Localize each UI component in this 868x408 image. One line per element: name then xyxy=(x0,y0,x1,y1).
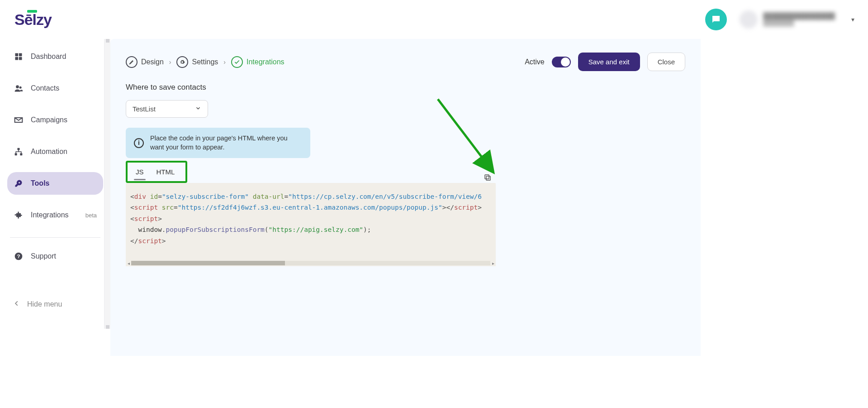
sidebar-item-label: Integrations xyxy=(31,211,69,219)
annotation-arrow xyxy=(433,95,506,181)
info-text: Place the code in your page's HTML where… xyxy=(150,134,302,152)
chat-icon[interactable] xyxy=(705,9,727,30)
svg-rect-6 xyxy=(18,148,20,150)
breadcrumb-integrations[interactable]: Integrations xyxy=(231,56,285,68)
pencil-icon xyxy=(126,56,138,68)
sidebar-item-campaigns[interactable]: Campaigns xyxy=(7,109,103,131)
sidebar-item-dashboard[interactable]: Dashboard xyxy=(7,45,103,68)
section-title: Where to save contacts xyxy=(126,83,685,92)
sidebar-item-tools[interactable]: Tools xyxy=(7,172,103,195)
breadcrumb: Design › Settings › Integrations xyxy=(126,56,285,68)
active-toggle[interactable] xyxy=(552,57,571,67)
breadcrumb-label: Design xyxy=(141,58,164,66)
dashboard-icon xyxy=(14,52,24,62)
breadcrumb-design[interactable]: Design xyxy=(126,56,164,68)
copy-button[interactable] xyxy=(482,172,493,183)
user-sub: ████████ xyxy=(763,20,835,26)
svg-rect-8 xyxy=(20,153,22,155)
svg-rect-3 xyxy=(19,57,22,60)
chevron-right-icon: › xyxy=(169,58,171,66)
sidebar-item-contacts[interactable]: Contacts xyxy=(7,77,103,100)
svg-rect-12 xyxy=(486,176,490,180)
sidebar-item-label: Automation xyxy=(31,148,67,156)
svg-rect-13 xyxy=(485,175,489,179)
sidebar-item-automation[interactable]: Automation xyxy=(7,140,103,163)
logo[interactable]: Sēlzy xyxy=(14,11,52,29)
sidebar-item-label: Contacts xyxy=(31,84,59,92)
list-select-value: TestList xyxy=(133,105,156,113)
sidebar-item-integrations[interactable]: Integrations beta xyxy=(7,204,103,226)
gear-icon xyxy=(176,56,188,68)
tab-html[interactable]: HTML xyxy=(150,164,181,180)
save-button[interactable]: Save and exit xyxy=(578,53,640,71)
chevron-right-icon: › xyxy=(223,58,226,66)
logo-text: Sēlzy xyxy=(14,11,52,28)
user-name: ████████████████ xyxy=(763,12,835,20)
svg-rect-0 xyxy=(15,53,19,57)
avatar xyxy=(740,10,758,29)
svg-text:?: ? xyxy=(17,253,20,259)
svg-line-11 xyxy=(438,99,492,171)
integrations-icon xyxy=(14,210,24,220)
sidebar-item-support[interactable]: ? Support xyxy=(7,245,103,268)
scroll-left-icon[interactable]: ◂ xyxy=(126,261,131,266)
tools-icon xyxy=(14,178,24,188)
close-button[interactable]: Close xyxy=(647,53,685,71)
chevron-down-icon xyxy=(195,105,201,113)
info-icon: i xyxy=(134,138,144,148)
code-tabs-highlight: JS HTML xyxy=(126,161,187,183)
svg-rect-7 xyxy=(15,153,17,155)
info-callout: i Place the code in your page's HTML whe… xyxy=(126,128,310,158)
svg-rect-1 xyxy=(19,53,22,57)
breadcrumb-label: Integrations xyxy=(247,58,285,66)
active-label: Active xyxy=(525,58,545,66)
check-icon xyxy=(231,56,243,68)
hide-menu-label: Hide menu xyxy=(27,300,62,308)
svg-rect-2 xyxy=(15,57,19,60)
code-block: <div id="selzy-subscribe-form" data-url=… xyxy=(126,183,496,266)
code-horizontal-scrollbar[interactable]: ◂ ▸ xyxy=(126,260,496,266)
sidebar-scrollbar[interactable] xyxy=(104,39,110,329)
list-select[interactable]: TestList xyxy=(126,100,208,118)
divider xyxy=(10,237,100,238)
sidebar-item-label: Support xyxy=(31,252,56,260)
beta-badge: beta xyxy=(85,212,97,219)
chevron-down-icon[interactable]: ▾ xyxy=(851,16,854,23)
campaigns-icon xyxy=(14,115,24,125)
hide-menu-button[interactable]: Hide menu xyxy=(7,295,103,314)
user-menu[interactable]: ████████████████ ████████ xyxy=(740,10,835,29)
help-icon: ? xyxy=(14,251,24,261)
breadcrumb-label: Settings xyxy=(192,58,218,66)
tab-js[interactable]: JS xyxy=(129,164,150,180)
automation-icon xyxy=(14,147,24,157)
scroll-right-icon[interactable]: ▸ xyxy=(490,261,496,266)
svg-point-5 xyxy=(19,86,22,89)
chevron-left-icon xyxy=(14,300,20,308)
sidebar-item-label: Tools xyxy=(31,179,49,187)
contacts-icon xyxy=(14,83,24,93)
sidebar-item-label: Campaigns xyxy=(31,116,67,124)
sidebar-item-label: Dashboard xyxy=(31,53,66,61)
svg-point-4 xyxy=(16,85,19,88)
breadcrumb-settings[interactable]: Settings xyxy=(176,56,218,68)
